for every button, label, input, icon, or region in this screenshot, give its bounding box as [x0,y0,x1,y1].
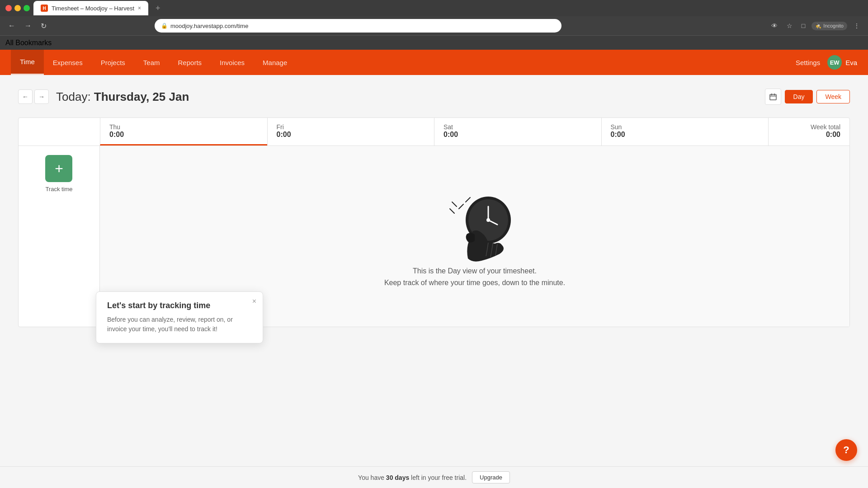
url-text: moodjoy.harvestapp.com/time [170,23,248,29]
nav-item-invoices[interactable]: Invoices [211,50,254,75]
day-time-fri: 0:00 [277,131,425,139]
day-name-sun: Sun [611,123,760,131]
day-time-thu: 0:00 [109,131,258,139]
bookmarks-bar: All Bookmarks [0,35,868,50]
timesheet-header: Thu 0:00 Fri 0:00 Sat 0:00 Sun 0:00 [19,118,849,146]
clock-illustration [429,184,520,265]
nav-item-expenses[interactable]: Expenses [44,50,92,75]
svg-line-7 [466,197,470,202]
tab-title: Timesheet – Moodjoy – Harvest [52,5,134,12]
calendar-button[interactable] [765,89,781,105]
nav-item-team[interactable]: Team [134,50,169,75]
day-time-sat: 0:00 [443,131,592,139]
forward-button[interactable]: → [22,20,34,32]
settings-link[interactable]: Settings [796,59,820,66]
app-navigation: Time Expenses Projects Team Reports Invo… [0,50,868,75]
day-view-button[interactable]: Day [785,90,813,103]
svg-line-6 [452,202,457,206]
trial-suffix: left in your free trial. [409,474,467,481]
incognito-label: Incognito [823,23,844,28]
svg-line-4 [459,204,463,209]
upgrade-button[interactable]: Upgrade [472,471,510,483]
toolbar-right: 👁 ☆ □ 🕵 Incognito ⋮ [769,20,863,31]
svg-rect-0 [770,94,776,100]
calendar-icon [769,93,777,100]
lock-icon: 🔒 [161,23,168,29]
empty-state-line1: This is the Day view of your timesheet. [413,267,537,275]
nav-items: Time Expenses Projects Team Reports Invo… [11,50,796,75]
day-time-sun: 0:00 [611,131,760,139]
day-col-thu: Thu 0:00 [100,118,267,145]
reload-button[interactable]: ↻ [38,20,49,32]
week-total-header: Week total 0:00 [768,118,849,145]
svg-point-13 [486,218,490,222]
more-options-button[interactable]: ⋮ [851,20,863,31]
nav-item-projects[interactable]: Projects [92,50,134,75]
trial-text: You have 30 days left in your free trial… [358,474,467,481]
week-total-time: 0:00 [778,131,840,139]
nav-item-time[interactable]: Time [11,50,44,75]
popover-body: Before you can analyze, review, report o… [107,315,252,334]
track-time-label: Track time [45,186,72,192]
browser-window-controls [5,5,30,11]
address-bar[interactable]: 🔒 moodjoy.harvestapp.com/time [155,19,561,33]
bookmarks-label: All Bookmarks [5,39,52,47]
help-button[interactable]: ? [835,439,857,461]
popover-title: Let's start by tracking time [107,301,252,310]
date-value: Thursday, 25 Jan [94,90,189,103]
maximize-window-button[interactable] [24,5,30,11]
incognito-badge: 🕵 Incognito [811,22,847,30]
reader-mode-button[interactable]: 👁 [769,20,780,31]
user-name: Eva [845,59,857,66]
nav-item-manage[interactable]: Manage [254,50,296,75]
browser-tab[interactable]: H Timesheet – Moodjoy – Harvest × [33,1,148,15]
tab-favicon: H [41,5,48,12]
avatar: EW [827,55,842,70]
back-button[interactable]: ← [5,20,18,32]
browser-title-bar: H Timesheet – Moodjoy – Harvest × + [0,0,868,16]
bookmark-button[interactable]: ☆ [784,20,795,31]
day-name-fri: Fri [277,123,425,131]
day-name-thu: Thu [109,123,258,131]
tracking-time-popover: × Let's start by tracking time Before yo… [96,291,263,343]
svg-line-5 [450,209,454,213]
date-title: Today: Thursday, 25 Jan [56,90,189,104]
date-navigation: ← → Today: Thursday, 25 Jan Day Week [18,89,850,105]
nav-right: Settings EW Eva [796,55,857,70]
main-content: ← → Today: Thursday, 25 Jan Day Week [0,75,868,341]
action-col-header [19,118,100,145]
track-time-button[interactable]: + Track time [45,155,72,192]
day-col-fri: Fri 0:00 [267,118,434,145]
week-view-button[interactable]: Week [816,90,850,103]
add-time-plus-button[interactable]: + [45,155,72,182]
trial-days: 30 days [386,474,409,481]
date-arrows: ← → [18,89,49,104]
next-date-button[interactable]: → [34,89,49,104]
day-name-sat: Sat [443,123,592,131]
prev-date-button[interactable]: ← [18,89,33,104]
week-total-label: Week total [778,123,840,131]
minimize-window-button[interactable] [14,5,21,11]
app: Time Expenses Projects Team Reports Invo… [0,50,868,483]
browser-toolbar: ← → ↻ 🔒 moodjoy.harvestapp.com/time 👁 ☆ … [0,16,868,35]
date-prefix: Today: [56,90,94,103]
empty-state-text: This is the Day view of your timesheet. … [384,265,565,288]
trial-prefix: You have [358,474,386,481]
timesheet-wrapper: Thu 0:00 Fri 0:00 Sat 0:00 Sun 0:00 [18,117,850,327]
trial-bar: You have 30 days left in your free trial… [0,466,868,483]
close-tab-button[interactable]: × [138,5,141,11]
day-col-sun: Sun 0:00 [601,118,769,145]
close-window-button[interactable] [5,5,12,11]
nav-item-reports[interactable]: Reports [169,50,211,75]
profile-button[interactable]: □ [799,20,808,31]
incognito-icon: 🕵 [815,23,821,29]
view-controls: Day Week [765,89,850,105]
popover-close-button[interactable]: × [252,297,256,305]
empty-state-line2: Keep track of where your time goes, down… [384,279,565,286]
day-col-sat: Sat 0:00 [434,118,601,145]
new-tab-button[interactable]: + [152,4,164,13]
user-menu[interactable]: EW Eva [827,55,857,70]
timesheet-left-col: + Track time [19,146,100,327]
